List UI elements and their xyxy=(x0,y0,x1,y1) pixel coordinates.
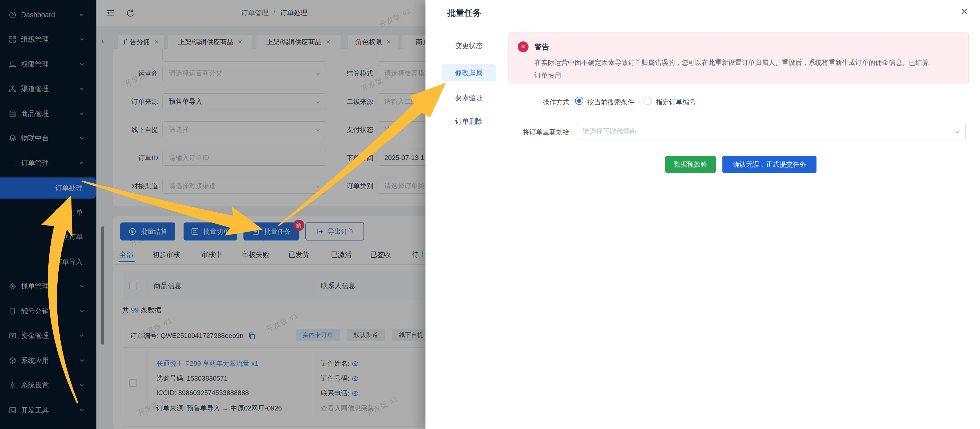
drawer-menu-modify-owner[interactable]: 修改归属 xyxy=(442,64,496,81)
chevron-down-icon xyxy=(955,129,960,134)
batch-task-drawer: 批量任务 ✕ 变更状态 修改归属 要素验证 订单删除 ✕ 警告 在实际运营中因不… xyxy=(425,0,980,429)
operation-mode-label: 操作方式 xyxy=(518,98,570,107)
radio-current-search[interactable] xyxy=(575,97,583,105)
radio-label[interactable]: 按当前搜索条件 xyxy=(587,98,634,107)
drawer-menu-element-verify[interactable]: 要素验证 xyxy=(442,89,496,106)
radio-label[interactable]: 指定订单编号 xyxy=(656,98,696,107)
close-icon[interactable]: ✕ xyxy=(957,5,972,19)
radio-specified-order[interactable] xyxy=(643,97,652,105)
error-circle-icon: ✕ xyxy=(518,41,528,52)
divider xyxy=(425,28,980,28)
alert-body: 在实际运营中因不确定因素导致订单归属错误的，您可以在此重新设置订单归属人。重设后… xyxy=(535,56,929,82)
placeholder-text: 请选择下游代理商 xyxy=(583,127,636,136)
downstream-agent-select[interactable]: 请选择下游代理商 xyxy=(576,123,966,139)
alert-title: 警告 xyxy=(535,42,549,52)
data-prevalidate-button[interactable]: 数据预效验 xyxy=(665,156,716,173)
reassign-label: 将订单重新划给 xyxy=(503,128,570,137)
divider xyxy=(500,32,500,397)
drawer-title: 批量任务 xyxy=(447,7,481,19)
confirm-submit-button[interactable]: 确认无误，正式提交任务 xyxy=(722,156,816,173)
drawer-menu-change-status[interactable]: 变更状态 xyxy=(442,37,496,54)
warning-alert: ✕ 警告 在实际运营中因不确定因素导致订单归属错误的，您可以在此重新设置订单归属… xyxy=(509,32,969,84)
app-root: Dashboard 组织管理 权限管理 渠道管理 商品管理 物联中台 xyxy=(0,0,980,429)
drawer-menu-order-delete[interactable]: 订单删除 xyxy=(442,113,496,130)
